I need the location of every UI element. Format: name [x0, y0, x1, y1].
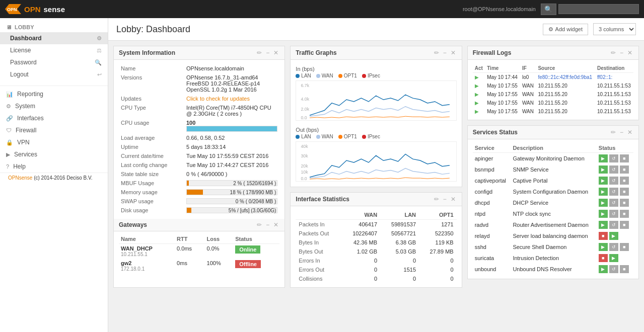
fw-logs-minimize[interactable]: − — [619, 49, 624, 56]
iface-minimize[interactable]: − — [442, 196, 448, 203]
svc-restart-bsnmpd[interactable]: ↺ — [609, 165, 618, 174]
svc-stop-captive[interactable]: ■ — [620, 177, 629, 185]
swap-bar: 0 % ( 0/2048 MB ) — [186, 198, 277, 204]
fw-logs-close[interactable]: ✕ — [626, 49, 633, 56]
logo-icon: OPN — [5, 4, 21, 14]
svc-restart-captive[interactable]: ↺ — [609, 177, 618, 185]
svc-stop-bsnmpd[interactable]: ■ — [620, 165, 629, 174]
traffic-controls: ✏ − ✕ — [433, 49, 457, 56]
sidebar-item-license[interactable]: License ⚖ — [0, 44, 108, 56]
sidebar-item-help[interactable]: ? Help — [0, 160, 108, 173]
fw-logs-edit[interactable]: ✏ — [610, 49, 617, 56]
table-row: Errors In000 — [296, 256, 456, 265]
svc-actions-sshd: ▶ ↺ ■ — [599, 243, 631, 251]
sidebar-item-firewall[interactable]: 🛡 Firewall — [0, 124, 108, 136]
gateways-edit[interactable]: ✏ — [256, 221, 263, 228]
svc-restart-configd[interactable]: ↺ — [609, 188, 618, 196]
services-close[interactable]: ✕ — [626, 129, 633, 136]
iface-title: Interface Statistics — [296, 196, 349, 203]
system-info-minimize[interactable]: − — [265, 49, 270, 56]
svc-restart-apinger[interactable]: ↺ — [609, 154, 618, 162]
legend-lan: LAN — [296, 73, 311, 78]
check-updates-link[interactable]: Click to check for updates — [186, 96, 250, 102]
traffic-edit[interactable]: ✏ — [433, 49, 440, 56]
footer-link[interactable]: OPNsense — [8, 175, 32, 181]
sidebar-item-logout[interactable]: Logout ↩ — [0, 68, 108, 80]
svc-stop-apinger[interactable]: ■ — [620, 154, 629, 162]
iface-controls: ✏ − ✕ — [433, 196, 457, 203]
table-row: ntpd NTP clock sync ▶ ↺ ■ — [473, 208, 633, 219]
add-widget-button[interactable]: ⚙ Add widget — [543, 24, 588, 35]
svc-start-apinger[interactable]: ▶ — [599, 154, 608, 162]
system-info-close[interactable]: ✕ — [272, 49, 279, 56]
svc-stop-suricata[interactable]: ■ — [599, 254, 608, 262]
svg-text:40k: 40k — [301, 144, 309, 149]
fw-src-link[interactable]: fe80::21c:42ff:fe0d:9ba1 — [538, 74, 592, 80]
svc-start-unbound[interactable]: ▶ — [599, 265, 608, 273]
services-minimize[interactable]: − — [619, 129, 624, 136]
svc-restart-sshd[interactable]: ↺ — [609, 243, 618, 251]
vpn-icon: 🔒 — [6, 139, 13, 146]
svc-start-configd[interactable]: ▶ — [599, 188, 608, 196]
sidebar-item-dashboard[interactable]: Dashboard ⚙ — [0, 32, 108, 44]
svc-start-suricata[interactable]: ▶ — [609, 254, 618, 262]
sidebar-item-services[interactable]: ▶ Services — [0, 148, 108, 160]
svc-stop-relayd[interactable]: ■ — [599, 232, 608, 240]
svc-actions-bsnmpd: ▶ ↺ ■ — [599, 165, 631, 174]
search-button[interactable]: 🔍 — [541, 4, 556, 15]
gateways-close[interactable]: ✕ — [272, 221, 279, 228]
svc-start-captive[interactable]: ▶ — [599, 177, 608, 185]
svc-restart-dhcpd[interactable]: ↺ — [609, 199, 618, 207]
fw-dst-link[interactable]: ff02::1: — [597, 74, 612, 80]
svc-stop-dhcpd[interactable]: ■ — [620, 199, 629, 207]
traffic-out-chart: 40k 30k 20k 10k 0.0 — [296, 141, 456, 182]
search-area: 🔍 — [541, 4, 639, 15]
svc-stop-configd[interactable]: ■ — [620, 188, 629, 196]
svc-stop-radvd[interactable]: ■ — [620, 221, 629, 229]
columns-select[interactable]: 3 columns 2 columns 1 column — [593, 23, 636, 35]
sidebar-item-interfaces[interactable]: 🔗 Interfaces — [0, 112, 108, 124]
search-input[interactable] — [558, 4, 639, 14]
svg-text:OPN: OPN — [7, 7, 17, 12]
sidebar-item-vpn[interactable]: 🔒 VPN — [0, 136, 108, 148]
svc-restart-unbound[interactable]: ↺ — [609, 265, 618, 273]
traffic-close[interactable]: ✕ — [450, 49, 457, 56]
reporting-icon: 📊 — [6, 91, 13, 98]
traffic-title: Traffic Graphs — [296, 49, 336, 56]
svc-start-radvd[interactable]: ▶ — [599, 221, 608, 229]
table-row: apinger Gateway Monitoring Daemon ▶ ↺ ■ — [473, 153, 633, 164]
svc-actions-configd: ▶ ↺ ■ — [599, 188, 631, 196]
svc-start-bsnmpd[interactable]: ▶ — [599, 165, 608, 174]
sidebar-item-password[interactable]: Password 🔍 — [0, 56, 108, 68]
table-row: Bytes In42.36 MB6.38 GB119 KB — [296, 238, 456, 247]
services-icon: ▶ — [6, 151, 10, 158]
svc-stop-ntpd[interactable]: ■ — [620, 210, 629, 218]
svc-actions-dhcpd: ▶ ↺ ■ — [599, 199, 631, 207]
sidebar-item-reporting[interactable]: 📊 Reporting — [0, 88, 108, 100]
gateways-minimize[interactable]: − — [265, 221, 270, 228]
sidebar-firewall-label: Firewall — [16, 127, 36, 134]
traffic-minimize[interactable]: − — [442, 49, 448, 56]
services-edit[interactable]: ✏ — [610, 129, 617, 136]
svc-start-ntpd[interactable]: ▶ — [599, 210, 608, 218]
services-header: Services Status ✏ − ✕ — [468, 126, 638, 139]
svc-start-dhcpd[interactable]: ▶ — [599, 199, 608, 207]
svc-stop-sshd[interactable]: ■ — [620, 243, 629, 251]
iface-edit[interactable]: ✏ — [433, 196, 440, 203]
password-icon: 🔍 — [95, 59, 102, 66]
sidebar-item-system[interactable]: ⚙ System — [0, 100, 108, 112]
svc-start-relayd[interactable]: ▶ — [609, 232, 618, 240]
interface-stats-widget: Interface Statistics ✏ − ✕ W — [290, 192, 462, 288]
svc-stop-unbound[interactable]: ■ — [620, 265, 629, 273]
iface-close[interactable]: ✕ — [450, 196, 457, 203]
svc-restart-ntpd[interactable]: ↺ — [609, 210, 618, 218]
content-header: Lobby: Dashboard ⚙ Add widget 3 columns … — [108, 18, 644, 41]
table-row: radvd Router Advertisement Daemon ▶ ↺ ■ — [473, 219, 633, 230]
svc-start-sshd[interactable]: ▶ — [599, 243, 608, 251]
svc-actions-ntpd: ▶ ↺ ■ — [599, 210, 631, 218]
table-row: Versions OPNsense 16.7.b_31-amd64FreeBSD… — [119, 73, 279, 94]
svc-restart-radvd[interactable]: ↺ — [609, 221, 618, 229]
sidebar: 🖥 Lobby Dashboard ⚙ License ⚖ Password 🔍… — [0, 18, 108, 332]
dashboard-settings-icon: ⚙ — [97, 35, 102, 42]
system-info-edit[interactable]: ✏ — [256, 49, 263, 56]
